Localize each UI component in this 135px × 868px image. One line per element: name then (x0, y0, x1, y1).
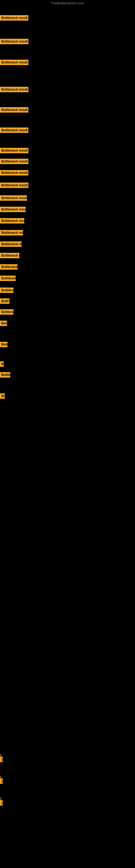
bottleneck-result-badge: B (0, 361, 4, 367)
bottleneck-result-badge: Bottleneck result (0, 60, 28, 65)
bottleneck-result-badge: Bottleneck result (0, 107, 28, 113)
bottleneck-result-badge: Bottleneck result (0, 207, 26, 212)
bottleneck-result-badge: Bottle (0, 372, 10, 378)
bottleneck-result-badge: Botttlene (0, 287, 13, 293)
bottleneck-result-badge: Bottlene (0, 309, 13, 315)
bottleneck-result-badge: Bottl (0, 299, 9, 304)
bottleneck-result-badge: Bottleneck result (0, 230, 23, 236)
site-title: TheBottlenecker.com (0, 1, 135, 5)
vertical-indicator-line (1, 776, 1, 784)
bottleneck-result-badge: Bot (0, 321, 7, 326)
vertical-indicator-line (1, 798, 1, 806)
bottleneck-result-badge: Bo (0, 393, 5, 399)
bottleneck-result-badge: Bottleneck r (0, 264, 17, 270)
bottleneck-result-badge: Bottleneck result (0, 195, 27, 201)
bottleneck-result-badge: Bottleneck result (0, 159, 28, 164)
bottleneck-result-badge: Bott (0, 342, 8, 347)
bottleneck-result-badge: Bottleneck result (0, 39, 28, 44)
bottleneck-result-badge: Bottleneck res (0, 241, 21, 247)
bottleneck-result-badge: Bottleneck result (0, 15, 28, 21)
bottleneck-result-badge: Bottleneck result (0, 127, 28, 133)
bottleneck-result-badge: Bottleneck result (0, 218, 24, 223)
bottleneck-result-badge: Bottleneck result (0, 170, 28, 176)
bottleneck-result-badge: Bottleneck result (0, 183, 28, 188)
bottleneck-result-badge: Bottleneck re (0, 253, 19, 258)
bottleneck-result-badge: Bottleneck result (0, 87, 28, 92)
bottleneck-result-badge: Bottleneck result (0, 148, 28, 153)
bottleneck-result-badge: Bottleneck (0, 276, 16, 281)
vertical-indicator-line (1, 754, 1, 762)
